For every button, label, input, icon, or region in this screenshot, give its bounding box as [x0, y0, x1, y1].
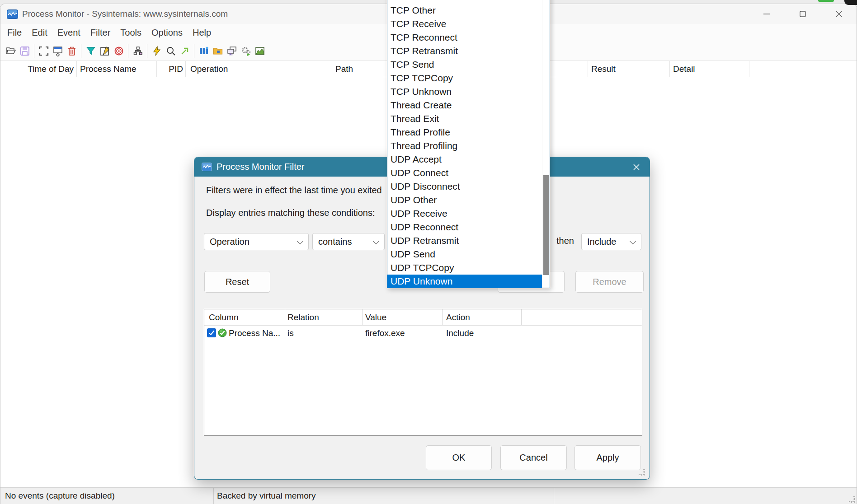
operation-list-item-tcp-tcpcopy[interactable]: TCP TCPCopy: [387, 71, 542, 85]
operation-list-item-thread-create[interactable]: Thread Create: [387, 98, 542, 112]
operation-list-item-udp-retransmit[interactable]: UDP Retransmit: [387, 234, 542, 247]
dialog-close-button[interactable]: [627, 159, 646, 175]
menu-item-filter[interactable]: Filter: [85, 24, 115, 41]
operation-list-item-udp-unknown[interactable]: UDP Unknown: [387, 275, 542, 288]
dropdown-scrollbar-thumb[interactable]: [543, 175, 549, 275]
grid-column-separator[interactable]: [521, 309, 522, 325]
window-title: Process Monitor - Sysinternals: www.sysi…: [22, 9, 228, 19]
menu-item-help[interactable]: Help: [188, 24, 216, 41]
show-network-activity-icon[interactable]: [225, 44, 239, 58]
operation-list-item-udp-connect[interactable]: UDP Connect: [387, 166, 542, 180]
menu-item-event[interactable]: Event: [52, 24, 85, 41]
filter-column-select[interactable]: Operation: [204, 233, 309, 250]
chevron-down-icon: [297, 238, 303, 244]
show-process-activity-icon[interactable]: [239, 44, 253, 58]
menu-item-tools[interactable]: Tools: [115, 24, 146, 41]
column-header-operation[interactable]: Operation: [190, 61, 228, 77]
column-header-result[interactable]: Result: [591, 61, 616, 77]
status-events: No events (capture disabled): [5, 488, 115, 504]
filter-action-select[interactable]: Include: [581, 233, 641, 250]
conditions-label: Display entries matching these condition…: [206, 208, 375, 218]
grid-header-relation[interactable]: Relation: [287, 309, 319, 325]
grid-header-value[interactable]: Value: [365, 309, 386, 325]
column-header-time-of-day[interactable]: Time of Day: [0, 61, 74, 77]
highlight-icon[interactable]: [98, 44, 112, 58]
select-columns-icon[interactable]: [197, 44, 211, 58]
operation-list-item-tcp-send[interactable]: TCP Send: [387, 58, 542, 71]
operation-list-item-tcp-disconnect[interactable]: TCP Disconnect: [387, 0, 542, 4]
column-header-path[interactable]: Path: [335, 61, 353, 77]
ok-button[interactable]: OK: [426, 445, 492, 470]
grid-header-column[interactable]: Column: [209, 309, 238, 325]
capture-icon[interactable]: [37, 44, 51, 58]
operation-list-item-thread-profiling[interactable]: Thread Profiling: [387, 139, 542, 153]
operation-list-item-udp-tcpcopy[interactable]: UDP TCPCopy: [387, 261, 542, 275]
apply-button[interactable]: Apply: [574, 445, 641, 470]
close-button[interactable]: [829, 7, 849, 21]
autoscroll-icon[interactable]: [51, 44, 65, 58]
show-profiling-events-icon[interactable]: [253, 44, 267, 58]
operation-list-item-thread-exit[interactable]: Thread Exit: [387, 112, 542, 126]
process-name-rule-icon: [217, 328, 227, 338]
minimize-button[interactable]: [756, 7, 777, 21]
operation-list-item-udp-accept[interactable]: UDP Accept: [387, 153, 542, 166]
open-file-icon[interactable]: [4, 44, 18, 58]
filter-message: Filters were in effect the last time you…: [206, 185, 382, 196]
rule-column-value[interactable]: Process Na...: [229, 326, 280, 341]
operation-list-item-udp-reconnect[interactable]: UDP Reconnect: [387, 220, 542, 234]
column-header-detail[interactable]: Detail: [673, 61, 695, 77]
save-icon[interactable]: [18, 44, 32, 58]
dialog-resize-grip[interactable]: [639, 469, 645, 476]
column-separator[interactable]: [185, 61, 186, 77]
operation-dropdown-list: TCP DisconnectTCP OtherTCP ReceiveTCP Re…: [387, 0, 550, 288]
grid-column-separator[interactable]: [442, 309, 443, 325]
rule-checkbox[interactable]: [207, 328, 216, 337]
window-resize-grip[interactable]: [849, 496, 855, 503]
grid-column-separator[interactable]: [363, 309, 363, 325]
filter-icon[interactable]: [84, 44, 98, 58]
operation-list-item-udp-disconnect[interactable]: UDP Disconnect: [387, 180, 542, 193]
column-header-pid[interactable]: PID: [156, 61, 183, 77]
column-separator[interactable]: [76, 61, 77, 77]
maximize-button[interactable]: [792, 7, 813, 21]
column-header-process-name[interactable]: Process Name: [80, 61, 137, 77]
column-separator[interactable]: [332, 61, 332, 77]
rule-relation-value[interactable]: is: [287, 326, 294, 341]
reset-button[interactable]: Reset: [204, 271, 270, 293]
cancel-button[interactable]: Cancel: [500, 445, 567, 470]
toolbar-separator: [147, 44, 147, 58]
filter-rules-grid: Column Relation Value Action Process Na.…: [204, 309, 642, 436]
operation-list-item-thread-profile[interactable]: Thread Profile: [387, 126, 542, 139]
rule-action-value[interactable]: Include: [446, 326, 474, 341]
show-file-activity-icon[interactable]: [211, 44, 225, 58]
column-separator[interactable]: [588, 61, 588, 77]
operation-list-item-tcp-retransmit[interactable]: TCP Retransmit: [387, 44, 542, 58]
dropdown-scrollbar[interactable]: [542, 0, 550, 288]
filter-relation-select[interactable]: contains: [312, 233, 385, 250]
operation-list-item-udp-other[interactable]: UDP Other: [387, 193, 542, 207]
clear-icon[interactable]: [65, 44, 79, 58]
close-icon: [835, 10, 843, 18]
operation-list-item-udp-receive[interactable]: UDP Receive: [387, 207, 542, 220]
menu-item-file[interactable]: File: [2, 24, 27, 41]
dialog-close-icon: [632, 163, 641, 172]
column-separator[interactable]: [669, 61, 670, 77]
operation-list-item-tcp-reconnect[interactable]: TCP Reconnect: [387, 31, 542, 44]
find-icon[interactable]: [164, 44, 178, 58]
jump-to-icon[interactable]: [178, 44, 192, 58]
process-tree-icon[interactable]: [131, 44, 145, 58]
capture-events-icon[interactable]: [150, 44, 164, 58]
column-separator[interactable]: [749, 61, 749, 77]
grid-header-action[interactable]: Action: [446, 309, 470, 325]
operation-list-item-tcp-receive[interactable]: TCP Receive: [387, 17, 542, 31]
toolbar-separator: [128, 44, 128, 58]
rule-value-value[interactable]: firefox.exe: [365, 326, 405, 341]
operation-list-item-udp-send[interactable]: UDP Send: [387, 247, 542, 261]
menu-item-options[interactable]: Options: [146, 24, 188, 41]
grid-column-separator[interactable]: [285, 309, 285, 325]
menu-item-edit[interactable]: Edit: [27, 24, 52, 41]
include-process-icon[interactable]: [112, 44, 126, 58]
remove-button[interactable]: Remove: [575, 271, 644, 293]
operation-list-item-tcp-unknown[interactable]: TCP Unknown: [387, 85, 542, 98]
operation-list-item-tcp-other[interactable]: TCP Other: [387, 4, 542, 17]
